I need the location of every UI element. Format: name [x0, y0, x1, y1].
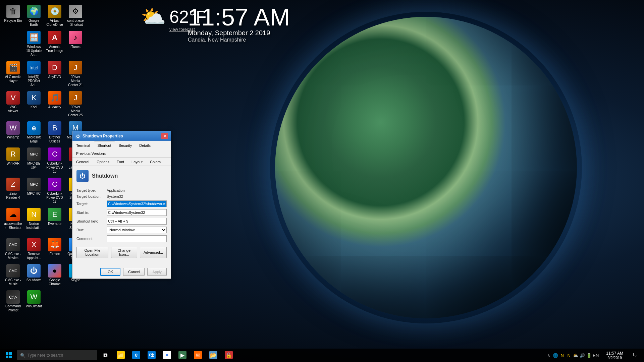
clock-time: 11:57 AM	[188, 5, 290, 29]
taskbar-clock[interactable]: 11:57 AM 9/2/2019	[603, 351, 627, 360]
cmc-music-icon: CMC	[6, 264, 20, 278]
taskbar-mail[interactable]: ✉	[191, 349, 205, 362]
target-input[interactable]	[107, 200, 167, 207]
taskbar-store[interactable]: 🛍	[144, 349, 159, 362]
desktop-icon-google-earth[interactable]: 🌍 Google Earth	[24, 3, 44, 28]
run-select[interactable]: Normal window Minimized Maximized	[107, 227, 167, 233]
desktop-icon-command-prompt[interactable]: C:\> Command Prompt	[3, 289, 23, 314]
dialog-close-button[interactable]: ✕	[161, 133, 168, 139]
systray-chevron[interactable]: ∧	[546, 352, 552, 358]
acronis-label: Acronis True Image	[46, 45, 64, 53]
desktop-icon-windirstat[interactable]: W WinDirStat	[24, 289, 44, 314]
desktop-icon-windows-update[interactable]: 🪟 Windows 10 Update As...	[24, 29, 44, 58]
desktop-icon-mpcbe[interactable]: MPC MPC-BE x64	[24, 146, 44, 175]
desktop-icon-edge[interactable]: e Microsoft Edge	[24, 120, 44, 145]
tab-shortcut[interactable]: Shortcut	[94, 141, 115, 149]
target-label: Target:	[76, 202, 107, 206]
taskbar-unknown-app[interactable]: 🔒	[221, 349, 236, 362]
taskbar-chrome[interactable]: ●	[160, 349, 174, 362]
desktop-icon-remove-apps[interactable]: X Remove Apps.ht...	[24, 237, 44, 261]
desktop-icon-jriver[interactable]: J JRiver Media Center 21	[66, 60, 85, 88]
desktop-icon-shutdown[interactable]: ⏻ Shutdown	[24, 263, 44, 288]
desktop-icon-chrome[interactable]: ● Google Chrome	[45, 263, 64, 288]
task-view-button[interactable]: ⧉	[98, 349, 113, 362]
cyberlink2-label: CyberLink PowerDVD 17	[46, 192, 64, 204]
systray-language[interactable]: EN	[593, 352, 599, 358]
tab-security[interactable]: Security	[115, 141, 136, 149]
desktop-icon-virtual-clonedrive[interactable]: 💿 Virtual CloneDrive	[45, 3, 64, 28]
systray-weather[interactable]: ⛅	[573, 352, 579, 358]
tab-layout[interactable]: Layout	[128, 158, 146, 166]
form-row-target-location: Target location: System32	[76, 194, 167, 198]
desktop-icon-cmc-movies[interactable]: CMC CMC.exe - Movies	[3, 237, 23, 261]
desktop-icon-itunes[interactable]: ♪ iTunes	[66, 29, 85, 58]
target-location-value: System32	[107, 194, 123, 198]
desktop-icon-accuweather[interactable]: ☁ accuweather - Shortcut	[3, 206, 23, 235]
taskbar-media-player[interactable]: ▶	[175, 349, 190, 362]
apply-button[interactable]: Apply	[147, 268, 167, 276]
taskbar-file-explorer[interactable]: 📁	[113, 349, 128, 362]
windows-logo-icon	[6, 352, 12, 358]
dialog-action-buttons: Open File Location Change Icon... Advanc…	[76, 247, 167, 258]
clock-location: Candia, New Hampshire	[188, 37, 290, 43]
action-center-button[interactable]: 🗨	[628, 349, 643, 362]
icon-grid: 🗑 Recycle Bin 🌍 Google Earth 💿 Virtual C…	[3, 3, 77, 314]
shutdown-label: Shutdown	[26, 278, 41, 282]
start-in-input[interactable]	[107, 209, 167, 216]
windows-update-icon: 🪟	[27, 31, 41, 44]
accuweather-icon: ☁	[6, 208, 20, 221]
desktop-icon-audacity[interactable]: 🎵 Audacity	[45, 90, 64, 119]
desktop-icon-control-exe[interactable]: ⚙ control.exe - Shortcut	[66, 3, 85, 28]
systray-norton2[interactable]: N	[566, 352, 572, 358]
systray-volume[interactable]: 🔊	[579, 352, 585, 358]
tab-options[interactable]: Options	[93, 158, 113, 166]
systray-network[interactable]: 🌐	[552, 352, 558, 358]
taskbar-search-input[interactable]	[28, 353, 88, 358]
tab-colors[interactable]: Colors	[146, 158, 164, 166]
systray-battery[interactable]: 🔋	[586, 352, 592, 358]
tab-font[interactable]: Font	[113, 158, 128, 166]
desktop-icon-recycle-bin[interactable]: 🗑 Recycle Bin	[3, 3, 23, 28]
tab-terminal[interactable]: Terminal	[72, 141, 94, 149]
taskbar-edge[interactable]: e	[129, 349, 144, 362]
systray-norton1[interactable]: N	[559, 352, 565, 358]
desktop-icon-intel[interactable]: Intel Intel(R) PROSet Ad...	[24, 60, 44, 88]
shortcut-key-input[interactable]	[107, 218, 167, 225]
desktop-icon-cyberlink2[interactable]: C CyberLink PowerDVD 17	[45, 176, 64, 205]
remove-apps-label: Remove Apps.ht...	[25, 252, 43, 260]
desktop-icon-evernote[interactable]: E Evernote	[45, 206, 64, 235]
desktop-icon-jriver2[interactable]: J JRiver Media Center 25	[66, 90, 85, 119]
ok-button[interactable]: OK	[100, 268, 120, 276]
desktop-icon-cmc-music[interactable]: CMC CMC.exe - Music	[3, 263, 23, 288]
intel-label: Intel(R) PROSet Ad...	[25, 75, 43, 87]
mpcbe-label: MPC-BE x64	[25, 162, 43, 170]
start-button[interactable]	[1, 349, 16, 362]
taskbar-search-box[interactable]: 🔍	[17, 350, 97, 360]
form-row-target: Target:	[76, 200, 167, 207]
cyberlink-icon: C	[48, 147, 61, 161]
open-file-location-button[interactable]: Open File Location	[76, 247, 108, 258]
desktop-icon-firefox[interactable]: 🦊 Firefox	[45, 237, 64, 261]
tab-general[interactable]: General	[72, 158, 93, 166]
comment-input[interactable]	[107, 235, 167, 242]
desktop-icon-brother[interactable]: B Brother Utilities	[45, 120, 64, 145]
desktop-icon-winrar[interactable]: R WinRAR	[3, 146, 23, 175]
desktop-icon-vnc[interactable]: V VNC Viewer	[3, 90, 23, 119]
change-icon-button[interactable]: Change Icon...	[111, 247, 137, 258]
acronis-icon: A	[48, 31, 61, 44]
tab-details[interactable]: Details	[136, 141, 154, 149]
desktop-icon-cyberlink[interactable]: C CyberLink PowerDVD 16	[45, 146, 64, 175]
desktop-icon-anydvd[interactable]: D AnyDVD	[45, 60, 64, 88]
desktop-icon-acronis[interactable]: A Acronis True Image	[45, 29, 64, 58]
cancel-button[interactable]: Cancel	[123, 268, 145, 276]
desktop-icon-norton-install[interactable]: N Norton Installati...	[24, 206, 44, 235]
dialog-tabs-row2: General Options Font Layout Colors	[72, 158, 171, 166]
desktop-icon-mpchc[interactable]: MPC MPC-HC	[24, 176, 44, 205]
desktop-icon-zinio[interactable]: Z Zinio Reader 4	[3, 176, 23, 205]
tab-previous-versions[interactable]: Previous Versions	[72, 149, 109, 158]
desktop-icon-winamp[interactable]: W Winamp	[3, 120, 23, 145]
desktop-icon-vlc[interactable]: 🎬 VLC media player	[3, 60, 23, 88]
desktop-icon-kodi[interactable]: K Kodi	[24, 90, 44, 119]
taskbar-folder[interactable]: 📂	[206, 349, 221, 362]
advanced-button[interactable]: Advanced...	[140, 247, 167, 258]
